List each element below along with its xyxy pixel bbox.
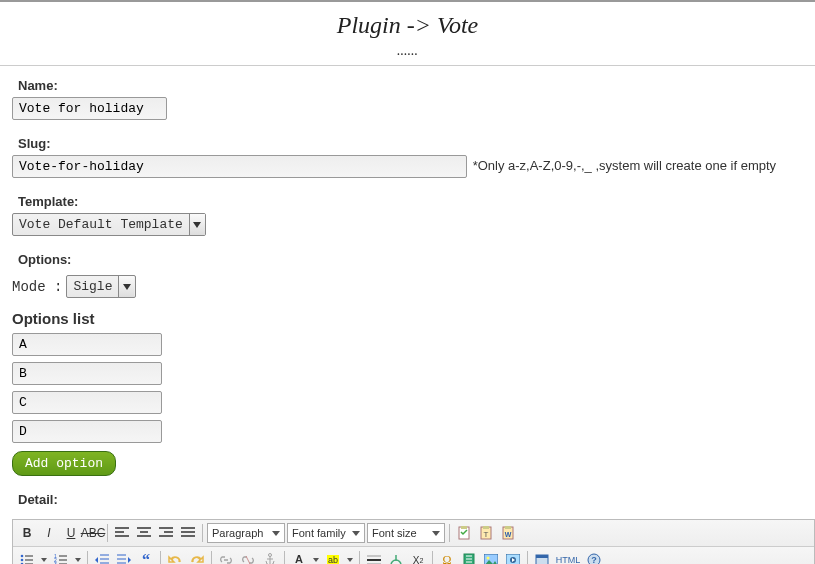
name-input[interactable]: [12, 97, 167, 120]
undo-button[interactable]: [165, 550, 185, 564]
svg-rect-21: [536, 555, 548, 558]
svg-point-8: [21, 555, 24, 558]
svg-rect-1: [461, 526, 467, 529]
anchor-button[interactable]: [260, 550, 280, 564]
help-button[interactable]: ?: [584, 550, 604, 564]
remove-format-button[interactable]: [386, 550, 406, 564]
page-subtitle: ......: [0, 43, 815, 59]
separator: [527, 551, 528, 564]
separator: [211, 551, 212, 564]
separator: [359, 551, 360, 564]
svg-text:T: T: [484, 530, 489, 539]
name-label: Name:: [18, 78, 803, 93]
bullet-list-button[interactable]: [17, 550, 37, 564]
chevron-down-icon: [189, 214, 205, 235]
text-color-dropdown[interactable]: [311, 550, 321, 564]
paragraph-select[interactable]: Paragraph: [207, 523, 285, 543]
align-center-button[interactable]: [134, 523, 154, 543]
svg-text:W: W: [505, 531, 512, 538]
chevron-down-icon: [118, 276, 134, 297]
separator: [202, 524, 203, 542]
bold-button[interactable]: B: [17, 523, 37, 543]
paste-text-button[interactable]: T: [476, 523, 496, 543]
separator: [432, 551, 433, 564]
strikethrough-button[interactable]: ABC: [83, 523, 103, 543]
media-button[interactable]: [459, 550, 479, 564]
editor-toolbar-row-1: B I U ABC Paragraph Font family Font siz…: [13, 520, 814, 547]
subscript-button[interactable]: X2: [408, 550, 428, 564]
fullscreen-button[interactable]: [532, 550, 552, 564]
svg-text:?: ?: [591, 555, 597, 564]
separator: [87, 551, 88, 564]
font-family-select[interactable]: Font family: [287, 523, 365, 543]
template-label: Template:: [18, 194, 803, 209]
svg-rect-6: [505, 526, 511, 529]
form-area: Name: Slug: *Only a-z,A-Z,0-9,-,_ ,syste…: [0, 65, 815, 564]
svg-point-17: [487, 557, 490, 560]
separator: [160, 551, 161, 564]
detail-label: Detail:: [18, 492, 803, 507]
paste-word-button[interactable]: W: [498, 523, 518, 543]
options-list: [0, 333, 815, 443]
numbered-list-dropdown[interactable]: [73, 550, 83, 564]
add-option-button[interactable]: Add option: [12, 451, 116, 476]
slug-hint: *Only a-z,A-Z,0-9,-,_ ,system will creat…: [473, 158, 776, 173]
special-char-button[interactable]: Ω: [437, 550, 457, 564]
template-select[interactable]: Vote Default Template: [12, 213, 206, 236]
rich-text-editor: B I U ABC Paragraph Font family Font siz…: [12, 519, 815, 564]
mode-select-value: Sigle: [67, 276, 118, 297]
separator: [107, 524, 108, 542]
outdent-button[interactable]: [92, 550, 112, 564]
italic-button[interactable]: I: [39, 523, 59, 543]
embed-button[interactable]: [503, 550, 523, 564]
indent-button[interactable]: [114, 550, 134, 564]
underline-button[interactable]: U: [61, 523, 81, 543]
unlink-button[interactable]: [238, 550, 258, 564]
image-button[interactable]: [481, 550, 501, 564]
text-color-button[interactable]: A: [289, 550, 309, 564]
numbered-list-button[interactable]: 123: [51, 550, 71, 564]
option-input[interactable]: [12, 362, 162, 385]
svg-point-9: [21, 559, 24, 562]
font-size-select[interactable]: Font size: [367, 523, 445, 543]
blockquote-button[interactable]: “: [136, 550, 156, 564]
separator: [449, 524, 450, 542]
highlight-dropdown[interactable]: [345, 550, 355, 564]
html-source-button[interactable]: HTML: [554, 550, 582, 564]
separator: [284, 551, 285, 564]
options-list-title: Options list: [12, 310, 815, 327]
align-right-button[interactable]: [156, 523, 176, 543]
slug-label: Slug:: [18, 136, 803, 151]
hr-button[interactable]: [364, 550, 384, 564]
mode-label: Mode :: [12, 279, 62, 295]
option-input[interactable]: [12, 333, 162, 356]
paste-button[interactable]: [454, 523, 474, 543]
align-left-button[interactable]: [112, 523, 132, 543]
options-label: Options:: [18, 252, 803, 267]
editor-toolbar-row-2: 123 “ A ab X2 Ω: [13, 547, 814, 564]
bullet-list-dropdown[interactable]: [39, 550, 49, 564]
option-input[interactable]: [12, 420, 162, 443]
redo-button[interactable]: [187, 550, 207, 564]
page-title: Plugin -> Vote: [0, 12, 815, 39]
link-button[interactable]: [216, 550, 236, 564]
slug-input[interactable]: [12, 155, 467, 178]
svg-rect-3: [483, 526, 489, 529]
template-select-value: Vote Default Template: [13, 214, 189, 235]
align-justify-button[interactable]: [178, 523, 198, 543]
highlight-button[interactable]: ab: [323, 550, 343, 564]
option-input[interactable]: [12, 391, 162, 414]
mode-select[interactable]: Sigle: [66, 275, 136, 298]
